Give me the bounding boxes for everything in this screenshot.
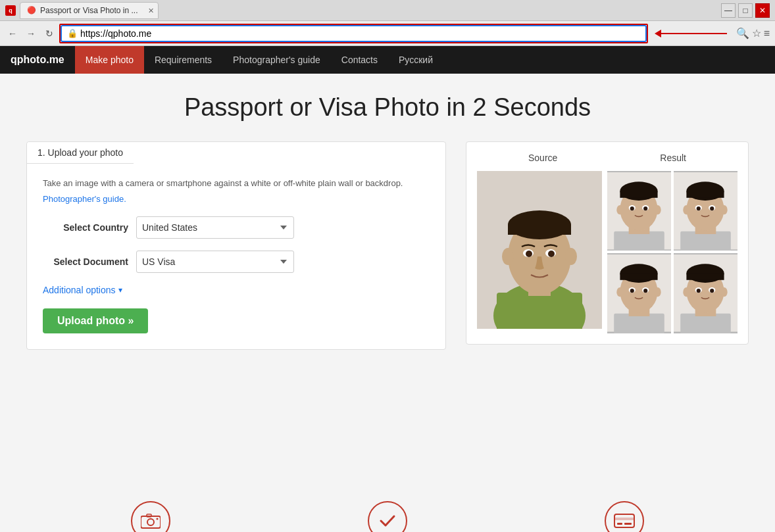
- arrow-head-icon: [655, 30, 661, 37]
- svg-point-34: [710, 206, 714, 210]
- photo-panel-header: Source Result: [477, 153, 738, 163]
- browser-titlebar: q 🔴 Passport or Visa Photo in ... ✕ — □ …: [0, 0, 775, 21]
- tab-title: Passport or Visa Photo in ...: [40, 6, 138, 15]
- back-button[interactable]: ←: [5, 26, 20, 41]
- url-text: https://qphoto.me: [80, 28, 151, 39]
- arrow-indicator: [655, 30, 727, 37]
- svg-point-12: [565, 248, 577, 265]
- nav-item-russian[interactable]: Русский: [388, 46, 443, 74]
- additional-options-label: Additional options: [43, 285, 116, 295]
- svg-point-48: [654, 287, 661, 297]
- url-bar[interactable]: 🔒 https://qphoto.me: [61, 25, 647, 42]
- navbar: qphoto.me Make photo Requirements Photog…: [0, 46, 775, 74]
- country-select[interactable]: United States United Kingdom Canada Aust…: [136, 216, 294, 239]
- source-photo-svg: [477, 171, 602, 329]
- svg-point-21: [630, 206, 634, 210]
- result-grid: [607, 171, 738, 333]
- upload-photo-button[interactable]: Upload photo »: [43, 308, 148, 333]
- photographers-guide-link[interactable]: Photographer's guide.: [43, 194, 126, 204]
- svg-point-47: [616, 287, 623, 297]
- photo-grid: [477, 171, 738, 333]
- refresh-button[interactable]: ↻: [42, 26, 57, 41]
- country-row: Select Country United States United King…: [43, 216, 430, 239]
- svg-rect-68: [624, 523, 632, 525]
- svg-point-62: [147, 519, 154, 525]
- upload-panel-body: Take an image with a camera or smartphon…: [27, 164, 445, 349]
- brand-logo[interactable]: qphoto.me: [11, 54, 64, 66]
- svg-point-23: [616, 205, 623, 214]
- minimize-button[interactable]: —: [721, 3, 736, 18]
- svg-point-46: [643, 289, 647, 293]
- search-icon[interactable]: 🔍: [736, 27, 749, 39]
- svg-rect-38: [614, 314, 664, 333]
- document-select[interactable]: US Visa US Passport US Green Card: [136, 251, 294, 273]
- additional-options-toggle[interactable]: Additional options ▾: [43, 285, 430, 295]
- result-photo-4-svg: [674, 253, 738, 333]
- svg-point-24: [654, 205, 661, 214]
- main-content: Passport or Visa Photo in 2 Seconds 1. U…: [0, 74, 775, 481]
- camera-icon: [131, 501, 170, 532]
- chevron-down-icon: ▾: [118, 285, 122, 295]
- result-photo-2: [674, 171, 738, 251]
- svg-rect-50: [680, 314, 731, 333]
- svg-point-57: [697, 289, 701, 293]
- svg-point-33: [697, 206, 701, 210]
- bottom-section: How Does It Work? Take your picture with…: [0, 481, 775, 532]
- result-photo-3: [607, 253, 671, 333]
- nav-item-photographers-guide[interactable]: Photographer's guide: [222, 46, 331, 74]
- svg-point-22: [643, 206, 647, 210]
- tab-close-button[interactable]: ✕: [148, 6, 154, 14]
- svg-point-45: [630, 289, 634, 293]
- result-photo-2-svg: [674, 171, 738, 251]
- lock-icon: 🔒: [67, 28, 78, 38]
- nav-item-make-photo[interactable]: Make photo: [75, 46, 144, 74]
- upload-panel: 1. Upload your photo Take an image with …: [26, 141, 446, 350]
- svg-rect-30: [686, 191, 724, 198]
- close-button[interactable]: ✕: [755, 3, 770, 18]
- result-photo-1: [607, 171, 671, 251]
- svg-point-58: [710, 289, 714, 293]
- svg-rect-14: [614, 231, 664, 251]
- svg-point-60: [720, 287, 727, 297]
- page-title: Passport or Visa Photo in 2 Seconds: [26, 93, 749, 122]
- bottom-item-acceptance: Is Acceptance Guaranteed?: [295, 501, 480, 532]
- browser-tab[interactable]: 🔴 Passport or Visa Photo in ... ✕: [20, 2, 159, 19]
- svg-rect-6: [508, 225, 571, 235]
- document-label: Select Document: [43, 256, 128, 267]
- svg-rect-66: [614, 518, 634, 520]
- browser-favicon: q: [5, 5, 16, 16]
- star-icon[interactable]: ☆: [752, 27, 761, 39]
- source-photo: [477, 171, 602, 329]
- svg-point-10: [548, 251, 555, 257]
- svg-point-64: [157, 518, 159, 520]
- svg-rect-26: [680, 231, 731, 251]
- upload-description: Take an image with a camera or smartphon…: [43, 177, 430, 190]
- address-bar: ← → ↻ 🔒 https://qphoto.me 🔍 ☆ ≡: [0, 21, 775, 46]
- svg-rect-67: [617, 523, 622, 525]
- menu-icon[interactable]: ≡: [764, 28, 770, 39]
- addressbar-right-icons: 🔍 ☆ ≡: [736, 27, 770, 39]
- nav-item-requirements[interactable]: Requirements: [144, 46, 222, 74]
- photo-panel: Source Result: [466, 141, 749, 345]
- result-photo-3-svg: [607, 253, 671, 333]
- svg-rect-18: [620, 191, 657, 198]
- window-controls: — □ ✕: [721, 3, 770, 18]
- svg-point-11: [502, 248, 514, 265]
- document-row: Select Document US Visa US Passport US G…: [43, 251, 430, 273]
- card-icon: [605, 501, 644, 532]
- arrow-line: [661, 33, 727, 34]
- upload-panel-tab: 1. Upload your photo: [27, 142, 134, 164]
- bottom-item-how-it-works: How Does It Work? Take your picture with…: [59, 501, 243, 532]
- forward-button[interactable]: →: [24, 26, 38, 41]
- tab-favicon: 🔴: [27, 6, 36, 14]
- content-area: 1. Upload your photo Take an image with …: [26, 141, 749, 350]
- svg-point-9: [526, 251, 532, 257]
- result-photo-1-svg: [607, 171, 671, 251]
- svg-rect-65: [614, 514, 634, 527]
- restore-button[interactable]: □: [738, 3, 753, 18]
- source-label: Source: [528, 153, 557, 163]
- result-photo-4: [674, 253, 738, 333]
- svg-point-59: [683, 287, 689, 297]
- nav-item-contacts[interactable]: Contacts: [331, 46, 388, 74]
- svg-rect-42: [620, 274, 657, 280]
